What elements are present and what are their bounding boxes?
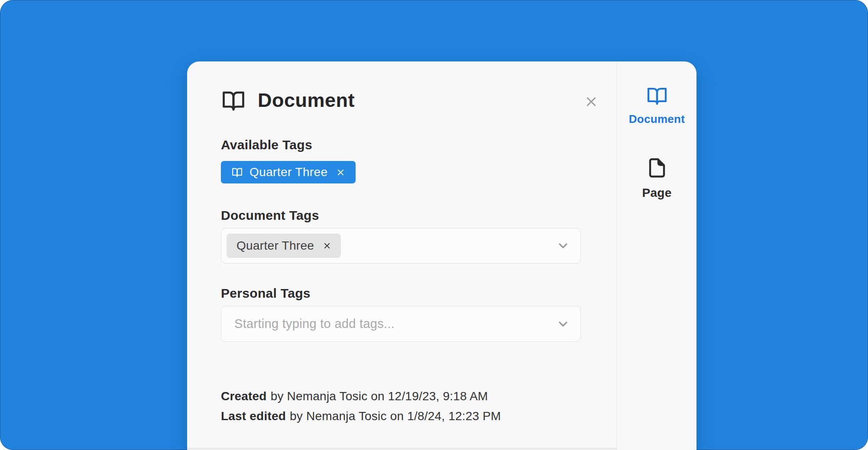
tab-page[interactable]: Page xyxy=(617,156,696,200)
book-open-icon xyxy=(232,167,243,178)
footer-strip xyxy=(187,448,617,450)
personal-tags-input[interactable] xyxy=(221,306,580,341)
screenshot: Document Available Tags Quarter Three Do… xyxy=(0,0,868,450)
tag-label: Quarter Three xyxy=(249,165,328,179)
available-tag-quarter-three[interactable]: Quarter Three xyxy=(221,161,356,183)
remove-tag-icon[interactable] xyxy=(337,168,345,177)
tab-label: Document xyxy=(617,112,696,126)
last-edited-label: Last edited xyxy=(221,409,286,423)
last-edited-meta: Last editedby Nemanja Tosic on 1/8/24, 1… xyxy=(221,409,501,424)
book-open-icon xyxy=(220,89,247,112)
document-tags-select[interactable]: Quarter Three xyxy=(221,228,581,264)
chevron-down-icon[interactable] xyxy=(556,317,570,331)
file-icon xyxy=(647,156,667,180)
remove-tag-icon[interactable] xyxy=(323,242,331,250)
last-edited-text: by Nemanja Tosic on 1/8/24, 12:23 PM xyxy=(290,409,501,423)
app-background: Document Available Tags Quarter Three Do… xyxy=(0,0,868,450)
created-meta: Createdby Nemanja Tosic on 12/19/23, 9:1… xyxy=(221,389,488,404)
dialog-sidebar: Document Page xyxy=(617,61,696,450)
personal-tags-select[interactable] xyxy=(221,306,581,342)
book-open-icon xyxy=(644,86,670,106)
tag-label: Quarter Three xyxy=(236,239,314,253)
personal-tags-label: Personal Tags xyxy=(221,286,311,301)
chevron-down-icon[interactable] xyxy=(556,239,570,253)
close-icon[interactable] xyxy=(582,93,600,111)
document-tags-dialog: Document Available Tags Quarter Three Do… xyxy=(187,61,696,450)
dialog-main-panel: Document Available Tags Quarter Three Do… xyxy=(187,61,617,450)
document-tags-label: Document Tags xyxy=(221,208,319,223)
selected-tag-quarter-three[interactable]: Quarter Three xyxy=(227,234,341,258)
created-text: by Nemanja Tosic on 12/19/23, 9:18 AM xyxy=(271,389,488,403)
created-label: Created xyxy=(221,389,267,403)
dialog-title: Document xyxy=(258,88,355,112)
tab-label: Page xyxy=(617,186,696,200)
tab-document[interactable]: Document xyxy=(617,86,696,126)
available-tags-label: Available Tags xyxy=(221,138,312,152)
